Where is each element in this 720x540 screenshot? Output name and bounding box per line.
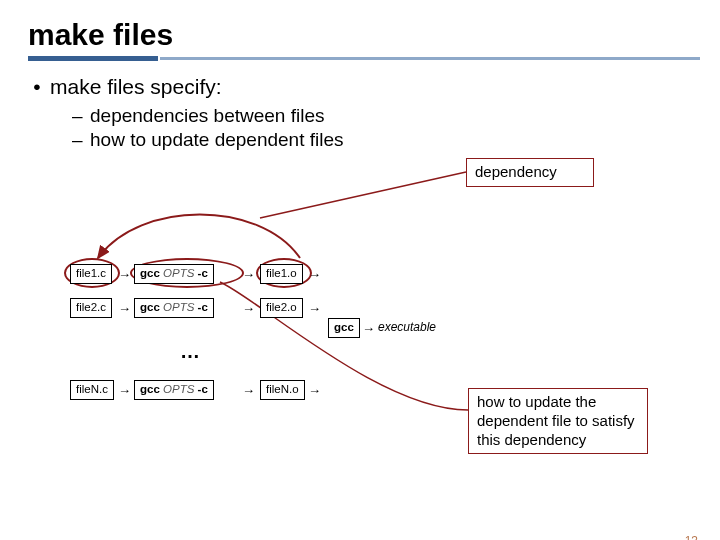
bullet-level1: •make files specify: <box>32 75 692 99</box>
node-file1o: file1.o <box>260 264 303 284</box>
callout-update: how to update the dependent file to sati… <box>468 388 648 454</box>
arrow-icon: → <box>362 322 375 335</box>
arrow-icon: → <box>308 384 321 397</box>
arrow-icon: → <box>242 268 255 281</box>
node-fileNo: fileN.o <box>260 380 305 400</box>
node-executable: executable <box>378 320 436 334</box>
node-file2o: file2.o <box>260 298 303 318</box>
arrow-icon: → <box>118 268 131 281</box>
bullet2b-text: how to update dependent files <box>90 129 344 150</box>
node-fileNc: fileN.c <box>70 380 114 400</box>
callout-dependency: dependency <box>466 158 594 187</box>
arrow-icon: → <box>242 384 255 397</box>
build-diagram: file1.c → gcc OPTS -c → file1.o file2.c … <box>70 240 450 430</box>
node-gcc-N: gcc OPTS -c <box>134 380 214 400</box>
arrow-icon: → <box>242 302 255 315</box>
page-number: 13 <box>685 534 698 540</box>
node-gcc-2: gcc OPTS -c <box>134 298 214 318</box>
node-file2c: file2.c <box>70 298 112 318</box>
arrow-icon: → <box>308 302 321 315</box>
bullet1-text: make files specify: <box>50 75 222 98</box>
arrow-icon: → <box>118 384 131 397</box>
title-rule <box>28 56 692 61</box>
node-gcc-1: gcc OPTS -c <box>134 264 214 284</box>
bullet-level2-b: –how to update dependent files <box>72 129 692 151</box>
node-file1c: file1.c <box>70 264 112 284</box>
slide-title: make files <box>28 18 692 52</box>
node-gcc-link: gcc <box>328 318 360 338</box>
arrow-icon: → <box>118 302 131 315</box>
ellipsis: … <box>180 340 200 363</box>
bullet2a-text: dependencies between files <box>90 105 325 126</box>
bullet-level2-a: –dependencies between files <box>72 105 692 127</box>
arrow-icon: → <box>308 268 321 281</box>
